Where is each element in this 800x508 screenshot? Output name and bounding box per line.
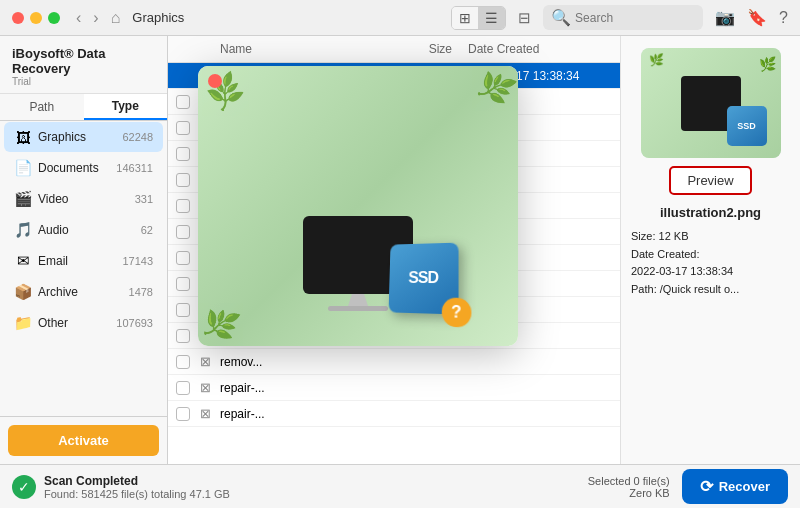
row-checkbox[interactable]: [176, 147, 190, 161]
sidebar-item-count: 17143: [122, 255, 153, 267]
table-row[interactable]: ⊠ repair-...: [168, 375, 620, 401]
row-checkbox[interactable]: [176, 303, 190, 317]
nav-buttons: ‹ › ⌂: [72, 7, 124, 29]
table-row[interactable]: ⊠ repair-...: [168, 401, 620, 427]
scan-complete-icon: ✓: [12, 475, 36, 499]
tab-type[interactable]: Type: [84, 94, 168, 120]
sidebar-items: 🖼 Graphics 62248 📄 Documents 146311 🎬 Vi…: [0, 121, 167, 416]
thumb-ssd: SSD: [727, 106, 767, 146]
file-name: repair-...: [220, 381, 392, 395]
row-checkbox[interactable]: [176, 95, 190, 109]
imac-base: [328, 306, 388, 311]
sidebar-item-count: 1478: [129, 286, 153, 298]
row-checkbox[interactable]: [176, 277, 190, 291]
sidebar-item-graphics[interactable]: 🖼 Graphics 62248: [4, 122, 163, 152]
sidebar-item-label: Graphics: [38, 130, 122, 144]
sidebar-item-count: 331: [135, 193, 153, 205]
preview-size-value: 12 KB: [659, 230, 689, 242]
camera-icon[interactable]: 📷: [715, 8, 735, 27]
row-checkbox[interactable]: [176, 407, 190, 421]
table-row[interactable]: ⊠ remov...: [168, 349, 620, 375]
bookmark-icon[interactable]: 🔖: [747, 8, 767, 27]
recover-button[interactable]: ⟳ Recover: [682, 469, 788, 504]
forward-button[interactable]: ›: [89, 7, 102, 29]
sidebar-item-count: 62248: [122, 131, 153, 143]
ssd-label: SSD: [408, 269, 438, 287]
sidebar-item-count: 62: [141, 224, 153, 236]
video-icon: 🎬: [14, 190, 32, 208]
audio-icon: 🎵: [14, 221, 32, 239]
ssd-illustration: SSD ?: [388, 243, 473, 328]
file-type-icon: ⊠: [200, 354, 211, 369]
header-name: Name: [220, 42, 372, 56]
close-button[interactable]: [12, 12, 24, 24]
sidebar-item-label: Archive: [38, 285, 129, 299]
filter-icon[interactable]: ⊟: [518, 9, 531, 27]
preview-date-row: Date Created: 2022-03-17 13:38:34: [631, 246, 790, 281]
activate-button[interactable]: Activate: [8, 425, 159, 456]
preview-button[interactable]: Preview: [669, 166, 751, 195]
search-bar: 🔍: [543, 5, 703, 30]
list-view-button[interactable]: ☰: [478, 7, 505, 29]
file-area: Name Size Date Created ● illustration2.p…: [168, 36, 620, 464]
tab-path[interactable]: Path: [0, 94, 84, 120]
app-subtitle: Trial: [12, 76, 155, 87]
sidebar-footer: Activate: [0, 416, 167, 464]
home-button[interactable]: ⌂: [107, 7, 125, 29]
minimize-button[interactable]: [30, 12, 42, 24]
documents-icon: 📄: [14, 159, 32, 177]
row-checkbox[interactable]: [176, 355, 190, 369]
row-checkbox[interactable]: [176, 173, 190, 187]
row-checkbox[interactable]: [176, 329, 190, 343]
sidebar-item-label: Other: [38, 316, 116, 330]
archive-icon: 📦: [14, 283, 32, 301]
sidebar-header: iBoysoft® Data Recovery Trial: [0, 36, 167, 94]
preview-path-label: Path:: [631, 283, 657, 295]
preview-thumbnail: SSD 🌿 🌿: [641, 48, 781, 158]
sidebar-item-count: 107693: [116, 317, 153, 329]
preview-size-label: Size:: [631, 230, 655, 242]
row-checkbox[interactable]: [176, 199, 190, 213]
email-icon: ✉: [14, 252, 32, 270]
ssd-question-mark: ?: [442, 297, 472, 327]
sidebar-item-video[interactable]: 🎬 Video 331: [4, 184, 163, 214]
popup-image-area: 🌿 🌿 🌿 SSD ?: [198, 66, 518, 346]
scan-title: Scan Completed: [44, 474, 588, 488]
row-checkbox[interactable]: [176, 121, 190, 135]
grid-view-button[interactable]: ⊞: [452, 7, 478, 29]
row-checkbox[interactable]: [176, 69, 190, 83]
preview-panel: SSD 🌿 🌿 Preview illustration2.png Size: …: [620, 36, 800, 464]
row-checkbox[interactable]: [176, 251, 190, 265]
recover-label: Recover: [719, 479, 770, 494]
preview-path-row: Path: /Quick result o...: [631, 281, 790, 299]
preview-date-label: Date Created:: [631, 248, 699, 260]
back-button[interactable]: ‹: [72, 7, 85, 29]
sidebar-item-other[interactable]: 📁 Other 107693: [4, 308, 163, 338]
sidebar-item-label: Email: [38, 254, 122, 268]
sidebar-item-audio[interactable]: 🎵 Audio 62: [4, 215, 163, 245]
sidebar-item-email[interactable]: ✉ Email 17143: [4, 246, 163, 276]
row-checkbox[interactable]: [176, 381, 190, 395]
file-table-header: Name Size Date Created: [168, 36, 620, 63]
view-toggle: ⊞ ☰: [451, 6, 506, 30]
title-bar: ‹ › ⌂ Graphics ⊞ ☰ ⊟ 🔍 📷 🔖 ?: [0, 0, 800, 36]
row-checkbox[interactable]: [176, 225, 190, 239]
preview-size-row: Size: 12 KB: [631, 228, 790, 246]
sidebar-item-archive[interactable]: 📦 Archive 1478: [4, 277, 163, 307]
preview-date-value: 2022-03-17 13:38:34: [631, 265, 733, 277]
file-type-icon: ⊠: [200, 380, 211, 395]
help-icon[interactable]: ?: [779, 9, 788, 27]
preview-filename: illustration2.png: [660, 205, 761, 220]
sidebar-item-documents[interactable]: 📄 Documents 146311: [4, 153, 163, 183]
window-title: Graphics: [132, 10, 184, 25]
search-input[interactable]: [575, 11, 695, 25]
selected-info: Selected 0 file(s) Zero KB: [588, 475, 670, 499]
thumb-leaf2: 🌿: [649, 53, 664, 67]
header-date: Date Created: [452, 42, 592, 56]
popup-close-button[interactable]: [208, 74, 222, 88]
imac-stand: [348, 294, 368, 306]
maximize-button[interactable]: [48, 12, 60, 24]
preview-popup: 🌿 🌿 🌿 SSD ?: [198, 66, 518, 346]
sidebar-tabs: Path Type: [0, 94, 167, 121]
thumb-leaf: 🌿: [759, 56, 776, 72]
